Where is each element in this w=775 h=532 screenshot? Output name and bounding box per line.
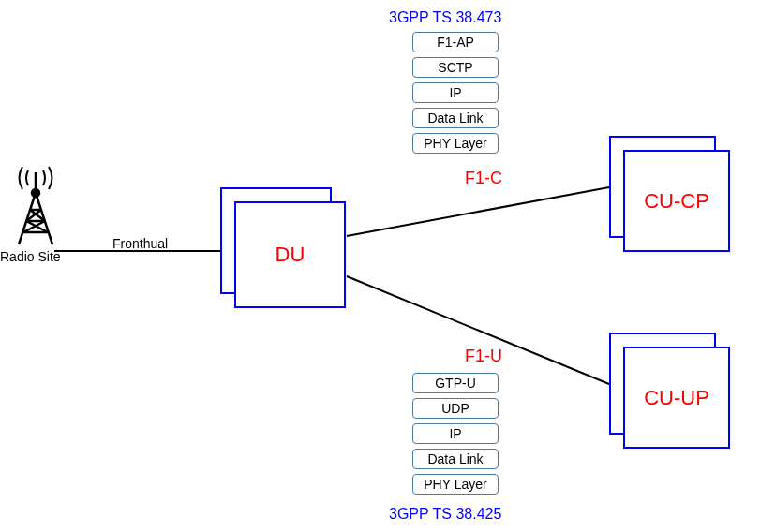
f1c-stack-4: PHY Layer xyxy=(412,133,499,154)
svg-line-1 xyxy=(36,193,52,244)
f1c-label: F1-C xyxy=(465,169,502,188)
f1u-stack-1: UDP xyxy=(412,398,499,419)
fronthaul-label: Fronthual xyxy=(112,236,168,251)
f1u-stack-0: GTP-U xyxy=(412,373,499,393)
connection-lines xyxy=(0,0,775,532)
du-box: DU xyxy=(234,201,346,308)
f1u-label: F1-U xyxy=(465,347,502,366)
f1c-stack-1: SCTP xyxy=(412,57,499,78)
f1u-stack-2: IP xyxy=(412,423,499,444)
f1u-spec-label: 3GPP TS 38.425 xyxy=(389,506,501,523)
svg-line-0 xyxy=(19,193,36,244)
f1u-stack-4: PHY Layer xyxy=(412,474,499,495)
f1c-line xyxy=(347,187,609,236)
f1c-stack-0: F1-AP xyxy=(412,32,499,52)
svg-point-10 xyxy=(32,189,39,197)
cu-up-label: CU-UP xyxy=(644,386,709,410)
radio-tower-icon xyxy=(7,165,64,249)
cu-up-box: CU-UP xyxy=(623,347,730,449)
f1c-spec-label: 3GPP TS 38.473 xyxy=(389,9,501,26)
f1u-line xyxy=(347,276,609,384)
cu-cp-label: CU-CP xyxy=(644,189,709,214)
cu-cp-box: CU-CP xyxy=(623,150,730,252)
f1c-stack-3: Data Link xyxy=(412,108,499,128)
f1u-stack-3: Data Link xyxy=(412,449,499,469)
du-label: DU xyxy=(276,243,306,267)
f1c-stack-2: IP xyxy=(412,82,499,103)
radio-site-label: Radio Site xyxy=(0,249,61,264)
